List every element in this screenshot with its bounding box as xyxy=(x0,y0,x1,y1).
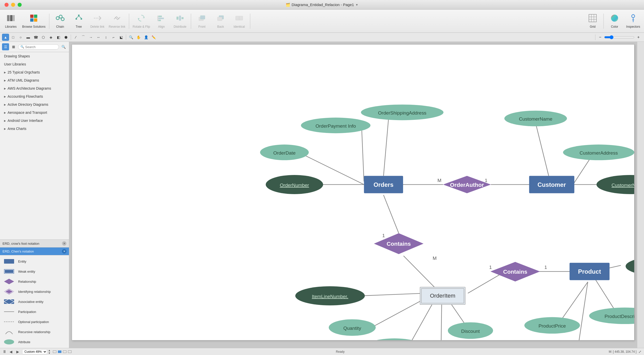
tool-pan[interactable]: ✋ xyxy=(135,34,142,41)
tool-hexagon[interactable]: ⬡ xyxy=(40,34,47,41)
fit-btn-1[interactable] xyxy=(53,350,56,353)
tool-diamond[interactable]: ⬟ xyxy=(62,34,69,41)
shape-weak-entity[interactable]: Weak entity xyxy=(0,266,69,276)
tool-orthogonal[interactable]: ⌐ xyxy=(110,34,117,41)
tool-zoom[interactable]: 🔍 xyxy=(127,34,134,41)
fit-icon[interactable]: ⤢ xyxy=(638,350,641,354)
svg-line-13 xyxy=(76,16,79,18)
toolbar-distribute[interactable]: Distribute xyxy=(171,11,189,31)
tool-curve[interactable]: ⌒ xyxy=(80,34,87,41)
fit-btn-4[interactable] xyxy=(68,350,71,353)
zoom-in[interactable]: + xyxy=(635,34,642,41)
shape-participation[interactable]: Participation xyxy=(0,307,69,317)
statusbar-center: Ready xyxy=(74,350,606,353)
shape-relationship[interactable]: Relationship xyxy=(0,276,69,287)
toolbar-identical[interactable]: Identical xyxy=(230,11,248,31)
lib-header-chen[interactable]: ERD, Chen's notation ✕ xyxy=(0,247,69,255)
sidebar-item-aerospace[interactable]: ▶ Aerospace and Transport xyxy=(0,109,69,117)
zoom-down-arrow[interactable]: ▼ xyxy=(48,352,51,354)
lib-header-crowsfoot[interactable]: ERD, crow's foot notation ✕ xyxy=(0,240,69,247)
toolbar-back[interactable]: Back xyxy=(212,11,229,31)
toolbar-chain[interactable]: Chain xyxy=(51,11,69,31)
sidebar-item-user-libraries[interactable]: User Libraries xyxy=(0,60,69,68)
maximize-button[interactable] xyxy=(18,3,22,7)
svg-rect-4 xyxy=(34,15,37,18)
sidebar-list-view[interactable]: ☰ xyxy=(2,43,9,50)
sidebar-item-atm-uml[interactable]: ▶ ATM UML Diagrams xyxy=(0,76,69,84)
tool-callout[interactable]: ☎ xyxy=(32,34,39,41)
toolbar-libraries[interactable]: Libraries xyxy=(2,11,20,31)
shape-label: Attribute xyxy=(18,340,30,344)
tool-smart[interactable]: ⬕ xyxy=(118,34,125,41)
sidebar-item-aws[interactable]: ▶ AWS Architecture Diagrams xyxy=(0,84,69,92)
toolbar-grid[interactable]: Grid xyxy=(584,11,601,31)
minimize-button[interactable] xyxy=(11,3,15,7)
shapes-list: Entity Weak entity Relationship xyxy=(0,255,69,348)
diagram-canvas[interactable]: M 1 1 M 1 1 OrderShippingAddress OrderPa… xyxy=(72,44,634,340)
fit-btn-2[interactable] xyxy=(58,350,61,353)
svg-rect-2 xyxy=(13,15,15,21)
svg-rect-24 xyxy=(176,17,178,20)
shape-attribute[interactable]: Attribute xyxy=(0,337,69,347)
shape-recursive-relationship[interactable]: Recursive relationship xyxy=(0,327,69,337)
search-input[interactable] xyxy=(25,45,57,49)
sidebar-item-android[interactable]: ▶ Android User Interface xyxy=(0,117,69,125)
dropdown-arrow[interactable]: ▼ xyxy=(355,3,358,6)
zoom-select[interactable]: Custom 49% 25% 50% 75% 100% 150% 200% xyxy=(22,349,47,354)
lib-close-chen[interactable]: ✕ xyxy=(62,249,66,254)
sidebar-item-area-charts[interactable]: ▶ Area Charts xyxy=(0,125,69,133)
shape-label: Identifying relationship xyxy=(18,290,51,294)
tool-cross[interactable]: ◈ xyxy=(47,34,54,41)
lib-close-crowsfoot[interactable]: ✕ xyxy=(62,241,66,246)
svg-rect-0 xyxy=(7,15,10,21)
tool-vertical[interactable]: ↕ xyxy=(102,34,110,41)
browse-icon xyxy=(29,14,38,24)
sidebar-item-active-directory[interactable]: ▶ Active Directory Diagrams xyxy=(0,100,69,109)
toolbar-reverse-link[interactable]: Reverse link xyxy=(107,11,127,31)
svg-point-53 xyxy=(4,339,14,344)
toolbar-tree[interactable]: Tree xyxy=(70,11,88,31)
toolbar-align[interactable]: Align xyxy=(153,11,170,31)
svg-text:CustomerName: CustomerName xyxy=(519,116,552,122)
toolbar-browse-solutions[interactable]: Browse Solutions xyxy=(21,11,47,31)
sidebar-item-orgcharts[interactable]: ▶ 25 Typical Orgcharts xyxy=(0,68,69,76)
tool-table[interactable]: ◧ xyxy=(55,34,62,41)
tool-ellipse[interactable]: ○ xyxy=(17,34,24,41)
sidebar-item-drawing-shapes[interactable]: Drawing Shapes xyxy=(0,52,69,60)
svg-text:OrderItem: OrderItem xyxy=(430,293,455,299)
toolbar-rotate-flip[interactable]: Rotate & Flip xyxy=(131,11,152,31)
close-button[interactable] xyxy=(5,3,9,7)
arrow-icon: ▶ xyxy=(4,71,6,74)
toolbar-front[interactable]: Front xyxy=(193,11,211,31)
zoom-slider[interactable] xyxy=(604,35,634,39)
tool-arrow[interactable]: → xyxy=(87,34,94,41)
toolbar-color[interactable]: Color xyxy=(606,11,623,31)
tree-icon xyxy=(74,14,83,24)
svg-line-64 xyxy=(536,123,549,176)
sidebar-item-accounting[interactable]: ▶ Accounting Flowcharts xyxy=(0,92,69,100)
zoom-up-arrow[interactable]: ▲ xyxy=(48,349,51,352)
tool-user[interactable]: 👤 xyxy=(142,34,150,41)
toolbar-inspectors[interactable]: Inspectors xyxy=(624,11,642,31)
tool-text[interactable]: ▬ xyxy=(25,34,32,41)
shape-optional-participation[interactable]: Optional participation xyxy=(0,317,69,327)
canvas-container[interactable]: M 1 1 M 1 1 OrderShippingAddress OrderPa… xyxy=(69,42,637,348)
zoom-out[interactable]: − xyxy=(597,34,604,41)
sidebar-grid-view[interactable]: ⊞ xyxy=(10,43,17,50)
shape-identifying-relationship[interactable]: Identifying relationship xyxy=(0,287,69,297)
pause-btn[interactable]: ⏸ xyxy=(3,349,7,354)
tool-rect[interactable]: □ xyxy=(10,34,17,41)
sidebar-search-toggle[interactable]: 🔍 xyxy=(60,43,67,50)
fit-btn-3[interactable] xyxy=(63,350,66,353)
toolbar-delete-link[interactable]: Delete link xyxy=(89,11,106,31)
next-page-btn[interactable]: ▶ xyxy=(15,349,20,354)
tool-select[interactable]: ▲ xyxy=(2,34,9,41)
tool-pen[interactable]: ✏️ xyxy=(150,34,157,41)
tool-line[interactable]: ∕ xyxy=(72,34,79,41)
shape-entity[interactable]: Entity xyxy=(0,256,69,266)
lib-label: ERD, crow's foot notation xyxy=(3,242,39,245)
tool-bidirectional[interactable]: ↔ xyxy=(95,34,102,41)
zoom-stepper[interactable]: ▲ ▼ xyxy=(48,349,51,354)
shape-associative-entity[interactable]: Associative entity xyxy=(0,297,69,307)
prev-page-btn[interactable]: ◀ xyxy=(9,349,13,354)
